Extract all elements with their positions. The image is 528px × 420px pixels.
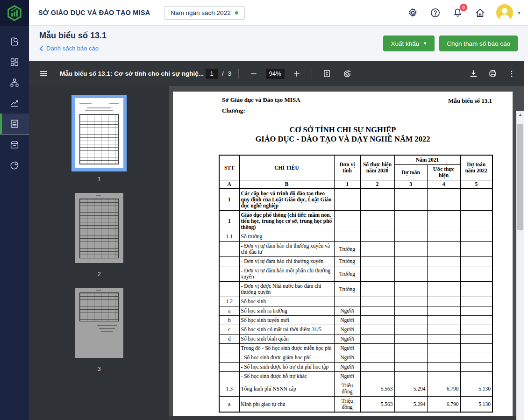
export-button[interactable]: Xuất khẩu ▼ — [383, 36, 435, 51]
cell-2021-uoc-thuc-hien — [427, 242, 460, 257]
cell-2021-uoc-thuc-hien — [427, 257, 460, 266]
pdf-page-1: Sở Giáo dục và Đào tạo MISA Chương: Mẫu … — [173, 92, 513, 416]
cell-2020 — [360, 325, 394, 335]
cell-2020 — [360, 335, 394, 344]
cell-stt — [219, 282, 239, 297]
cell-2021-du-toan — [394, 257, 427, 266]
page-title: Mẫu biểu số 13.1 — [39, 31, 107, 41]
col-label-b: B — [239, 180, 334, 189]
cell-unit: Trường — [334, 282, 360, 297]
cell-2020 — [360, 211, 394, 232]
cell-label: Tổng kinh phí NSNN cấp — [239, 381, 334, 397]
cell-unit — [334, 189, 360, 211]
cell-2021-uoc-thuc-hien — [427, 353, 460, 363]
cell-stt: 1.2 — [219, 297, 239, 306]
pdf-viewer: Mẫu biểu số 13.1: Cơ sở tính cho chi sự … — [29, 61, 524, 420]
thumbnail-frame — [71, 285, 127, 361]
nav-item-analytics[interactable] — [0, 93, 29, 114]
notification-badge: 0 — [460, 4, 467, 11]
cell-2021-du-toan — [394, 232, 427, 242]
nav-item-search-report[interactable] — [0, 31, 29, 52]
page-thumbnail[interactable]: 1 — [71, 95, 127, 183]
cell-2021-du-toan — [394, 335, 427, 344]
rotate-icon — [342, 69, 352, 78]
cell-2021-du-toan — [394, 372, 427, 381]
table-row: 1.2 Số học sinh — [219, 297, 492, 306]
cell-stt: c — [219, 325, 239, 335]
thumbnail-page-number: 2 — [97, 271, 100, 278]
download-icon — [469, 69, 478, 78]
cell-unit: Trường — [334, 242, 360, 257]
cell-2021-uoc-thuc-hien — [427, 363, 460, 372]
cell-stt — [219, 372, 239, 381]
nav-item-archive[interactable] — [0, 135, 29, 155]
zoom-level[interactable]: 94% — [266, 69, 285, 79]
cell-2022 — [460, 325, 492, 335]
budget-year-label: Năm ngân sách 2022 — [171, 9, 230, 16]
current-page-input[interactable]: 1 — [206, 69, 218, 79]
cell-2021-du-toan — [394, 316, 427, 325]
download-button[interactable] — [465, 66, 481, 82]
user-menu[interactable]: ▼ — [496, 4, 521, 21]
cell-2020 — [360, 372, 394, 381]
folder-icon — [9, 140, 20, 150]
thumbnail-panel: 1 2 3 — [29, 86, 169, 420]
cell-2022 — [460, 316, 492, 325]
vertical-scrollbar[interactable]: ▲ ▼ — [516, 111, 524, 420]
page-thumbnail[interactable]: 2 — [71, 190, 127, 278]
help-button[interactable] — [429, 7, 441, 19]
budget-year-selector[interactable]: Năm ngân sách 2022 — [164, 6, 244, 20]
cell-stt: 1 — [219, 211, 239, 232]
cell-2020 — [360, 266, 394, 282]
page-thumbnail[interactable]: 3 — [71, 285, 127, 372]
pie-chart-icon — [9, 160, 20, 171]
cell-2021-du-toan — [394, 242, 427, 257]
cell-unit: Người — [334, 335, 360, 344]
scroll-up-arrow[interactable]: ▲ — [516, 111, 524, 119]
thumbnail-table-preview — [79, 292, 119, 321]
scrollbar-thumb[interactable] — [517, 124, 523, 230]
avatar — [496, 4, 513, 21]
chevron-down-icon: ▼ — [517, 10, 521, 15]
nav-item-org-structure[interactable] — [0, 72, 29, 93]
rotate-button[interactable] — [339, 66, 355, 82]
toolbar-right-actions — [465, 66, 520, 82]
zoom-out-button[interactable] — [246, 66, 262, 82]
pdf-document-title: Mẫu biểu số 13.1: Cơ sở tính cho chi sự … — [60, 70, 204, 77]
help-icon — [430, 7, 441, 18]
settings-button[interactable] — [407, 7, 419, 19]
cell-label: - Đơn vị tự đảm bảo chi thường xuyên và … — [239, 242, 334, 257]
app-logo[interactable] — [0, 0, 29, 26]
doc-title-line2: GIÁO DỤC - ĐÀO TẠO VÀ DẠY NGHỀ NĂM 2022 — [173, 135, 513, 144]
print-button[interactable] — [485, 66, 500, 82]
cell-stt — [219, 344, 239, 353]
cell-unit — [334, 232, 360, 242]
cell-label: Giáo dục phổ thông (chi tiết: mầm non, t… — [239, 211, 334, 232]
home-button[interactable] — [474, 7, 486, 19]
choose-params-label: Chọn tham số báo cáo — [447, 40, 510, 47]
table-row: c Số học sinh có mặt tại thời điểm 31/5 … — [219, 325, 492, 335]
cell-stt: a — [219, 306, 239, 316]
more-options-button[interactable] — [504, 66, 520, 82]
back-to-report-list-link[interactable]: Danh sách báo cáo — [39, 45, 99, 52]
nav-item-reports[interactable] — [0, 114, 29, 134]
notifications-button[interactable]: 0 — [451, 7, 464, 19]
thumbnail-table-preview — [79, 199, 119, 258]
cell-label: - Số học sinh được hỗ trợ chi phí học tậ… — [239, 363, 334, 372]
zoom-in-button[interactable] — [289, 66, 305, 82]
nav-item-statistics[interactable] — [0, 155, 29, 176]
choose-report-params-button[interactable]: Chọn tham số báo cáo — [439, 36, 518, 51]
thumbnail-frame — [71, 190, 127, 266]
cell-2022 — [460, 189, 492, 211]
cell-2021-du-toan: 5.294 — [394, 397, 427, 413]
table-row: b Số học sinh tuyển mới Người — [219, 316, 492, 325]
cell-2022 — [460, 211, 492, 232]
toggle-thumbnails-button[interactable] — [36, 66, 51, 82]
col-header-du-toan: Dự toán — [394, 165, 427, 180]
doc-org-name: Sở Giáo dục và Đào tạo MISA — [222, 96, 300, 104]
cell-2020 — [360, 242, 394, 257]
cell-2021-uoc-thuc-hien: 6.790 — [427, 381, 460, 397]
viewer-bottom-strip — [169, 416, 524, 420]
fit-to-page-button[interactable] — [319, 66, 335, 82]
nav-item-dashboard[interactable] — [0, 52, 29, 72]
